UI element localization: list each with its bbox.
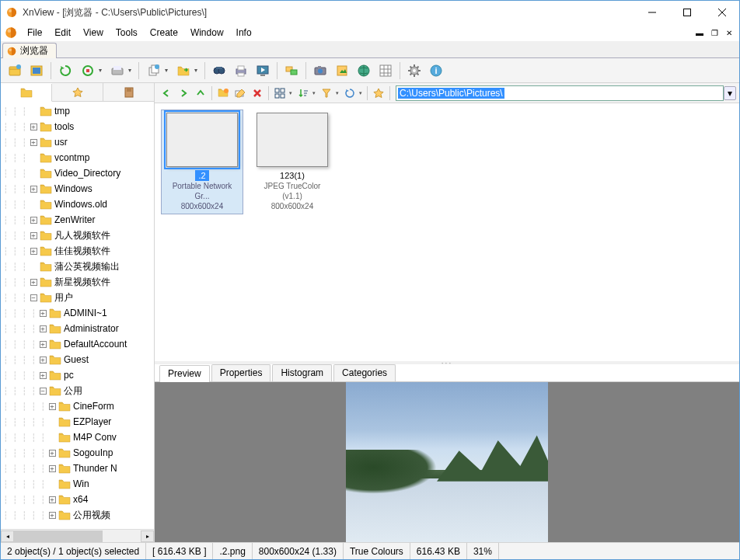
menu-view[interactable]: View: [77, 26, 110, 40]
tree-item[interactable]: ┆┆┆┆+Administrator: [1, 321, 154, 336]
tree-mode-favorites[interactable]: [52, 83, 103, 101]
tree-item[interactable]: ┆┆┆┆+Guest: [1, 352, 154, 367]
refresh-dropdown-button[interactable]: [77, 61, 105, 81]
tree-item[interactable]: ┆┆┆Windows.old: [1, 197, 154, 212]
slideshow-button[interactable]: [253, 61, 273, 81]
tree-item[interactable]: ┆┆┆+ZenWriter: [1, 212, 154, 228]
delete-button[interactable]: [249, 85, 266, 102]
web-button[interactable]: [354, 61, 374, 81]
tree-item[interactable]: ┆┆┆vcontmp: [1, 150, 154, 165]
fullscreen-button[interactable]: [26, 61, 47, 81]
expand-icon[interactable]: +: [38, 357, 47, 363]
expand-icon[interactable]: +: [38, 341, 47, 348]
tree-item[interactable]: ┆┆┆┆┆+x64: [1, 492, 154, 507]
rename-button[interactable]: [232, 85, 249, 102]
expand-icon[interactable]: +: [29, 186, 38, 193]
tree-item[interactable]: ┆┆┆┆+DefaultAccount: [1, 336, 154, 352]
menu-edit[interactable]: Edit: [48, 26, 77, 40]
favorite-add-button[interactable]: [370, 85, 387, 102]
menu-create[interactable]: Create: [144, 26, 184, 40]
tree-item[interactable]: ┆┆┆┆┆EZPlayer: [1, 414, 154, 430]
tree-item[interactable]: ┆┆┆Video_Directory: [1, 165, 154, 181]
mdi-close-button[interactable]: ✕: [722, 26, 736, 39]
expand-icon[interactable]: +: [47, 465, 57, 472]
tree-item[interactable]: ┆┆┆┆+ADMINI~1: [1, 305, 154, 321]
expand-icon[interactable]: +: [29, 232, 38, 239]
convert-button[interactable]: [281, 61, 302, 81]
tab-properties[interactable]: Properties: [211, 364, 271, 381]
tree-item[interactable]: ┆┆┆−用户: [1, 290, 154, 305]
collapse-icon[interactable]: −: [38, 388, 47, 395]
tree-item[interactable]: ┆┆┆┆+pc: [1, 367, 154, 383]
tree-item[interactable]: ┆┆┆┆┆+Thunder N: [1, 461, 154, 476]
address-bar[interactable]: C:\Users\Public\Pictures\: [396, 85, 724, 101]
mdi-minimize-button[interactable]: ▬: [693, 26, 707, 39]
expand-icon[interactable]: +: [29, 248, 38, 255]
tree-item[interactable]: ┆┆┆蒲公英视频输出: [1, 259, 154, 274]
tree-item[interactable]: ┆┆┆+usr: [1, 134, 154, 150]
tab-categories[interactable]: Categories: [333, 364, 396, 381]
tree-h-scrollbar[interactable]: ◂ ▸: [1, 529, 154, 542]
print-button[interactable]: [231, 61, 251, 81]
menu-file[interactable]: File: [21, 26, 48, 40]
expand-icon[interactable]: +: [38, 325, 47, 332]
tree-item[interactable]: ┆┆┆+tools: [1, 119, 154, 134]
minimize-button[interactable]: [634, 2, 669, 23]
scroll-thumb[interactable]: [14, 530, 103, 542]
scroll-right-button[interactable]: ▸: [141, 530, 154, 542]
acquire-button[interactable]: [106, 61, 134, 81]
menu-info[interactable]: Info: [230, 26, 258, 40]
sort-button[interactable]: [295, 85, 318, 102]
tree-item[interactable]: ┆┆┆┆┆+SogouInp: [1, 445, 154, 461]
nav-back-button[interactable]: [158, 85, 175, 102]
menu-window[interactable]: Window: [184, 26, 230, 40]
expand-icon[interactable]: +: [29, 139, 38, 146]
nav-up-button[interactable]: [192, 85, 209, 102]
tree-item[interactable]: ┆┆┆┆−公用: [1, 383, 154, 398]
about-button[interactable]: i: [426, 61, 446, 81]
maximize-button[interactable]: [669, 2, 704, 23]
options-button[interactable]: [404, 61, 424, 81]
close-button[interactable]: [704, 2, 739, 23]
tab-preview[interactable]: Preview: [159, 365, 210, 382]
expand-icon[interactable]: +: [47, 403, 57, 410]
copy-to-button[interactable]: [143, 61, 171, 81]
open-button[interactable]: [5, 61, 25, 81]
tree-item[interactable]: ┆┆┆+凡人视频软件: [1, 228, 154, 243]
tree-mode-categories[interactable]: [103, 83, 154, 101]
nav-forward-button[interactable]: [175, 85, 192, 102]
folder-tree[interactable]: ┆┆┆tmp┆┆┆+tools┆┆┆+usr┆┆┆vcontmp┆┆┆Video…: [1, 102, 154, 524]
thumbnail-item[interactable]: .2Portable Network Gr...800x600x24: [161, 110, 243, 214]
address-dropdown-button[interactable]: ▾: [724, 86, 736, 100]
new-folder-button[interactable]: [215, 85, 232, 102]
recurse-button[interactable]: [341, 85, 365, 102]
tree-item[interactable]: ┆┆┆tmp: [1, 103, 154, 119]
view-mode-button[interactable]: [271, 85, 295, 102]
tree-item[interactable]: ┆┆┆┆┆+公用视频: [1, 507, 154, 523]
scroll-left-button[interactable]: ◂: [1, 530, 14, 542]
tree-item[interactable]: ┆┆┆+新星视频软件: [1, 274, 154, 290]
tab-browser[interactable]: 浏览器: [2, 43, 57, 58]
refresh-button[interactable]: [55, 61, 75, 81]
expand-icon[interactable]: +: [38, 310, 47, 317]
expand-icon[interactable]: +: [38, 372, 47, 379]
search-button[interactable]: [209, 61, 229, 81]
expand-icon[interactable]: +: [47, 450, 57, 457]
tree-mode-folders[interactable]: [1, 84, 52, 102]
tree-item[interactable]: ┆┆┆┆┆Win: [1, 476, 154, 492]
tab-histogram[interactable]: Histogram: [272, 364, 332, 381]
expand-icon[interactable]: +: [29, 279, 38, 286]
expand-icon[interactable]: +: [47, 496, 57, 503]
capture-button[interactable]: [310, 61, 330, 81]
expand-icon[interactable]: +: [47, 512, 57, 519]
collapse-icon[interactable]: −: [29, 294, 38, 301]
tree-item[interactable]: ┆┆┆┆┆M4P Conv: [1, 430, 154, 445]
thumbnail-pane[interactable]: .2Portable Network Gr...800x600x24123(1)…: [155, 103, 739, 361]
expand-icon[interactable]: +: [29, 217, 38, 224]
mdi-restore-button[interactable]: ❐: [707, 26, 721, 39]
jpeg-rotate-button[interactable]: [332, 61, 352, 81]
tree-item[interactable]: ┆┆┆+佳佳视频软件: [1, 243, 154, 259]
filter-button[interactable]: [318, 85, 341, 102]
scroll-track[interactable]: [14, 530, 141, 542]
tree-item[interactable]: ┆┆┆+Windows: [1, 181, 154, 197]
